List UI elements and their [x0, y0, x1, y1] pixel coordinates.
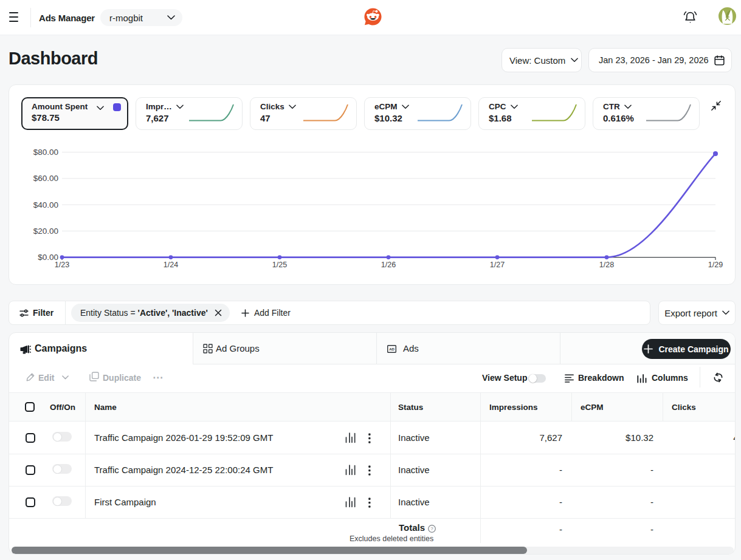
svg-text:$60.00: $60.00 [33, 174, 58, 183]
svg-text:1/29: 1/29 [708, 261, 723, 269]
svg-text:1/25: 1/25 [272, 261, 287, 269]
svg-text:$80.00: $80.00 [33, 148, 58, 157]
svg-text:1/24: 1/24 [164, 261, 178, 269]
svg-text:1/26: 1/26 [381, 261, 396, 269]
svg-text:?: ? [430, 526, 433, 531]
svg-text:1/23: 1/23 [55, 261, 69, 269]
svg-text:AD: AD [389, 347, 395, 351]
svg-text:1/27: 1/27 [490, 261, 505, 269]
svg-text:$40.00: $40.00 [33, 200, 58, 210]
svg-text:$20.00: $20.00 [33, 227, 58, 236]
svg-text:1/28: 1/28 [599, 261, 614, 269]
